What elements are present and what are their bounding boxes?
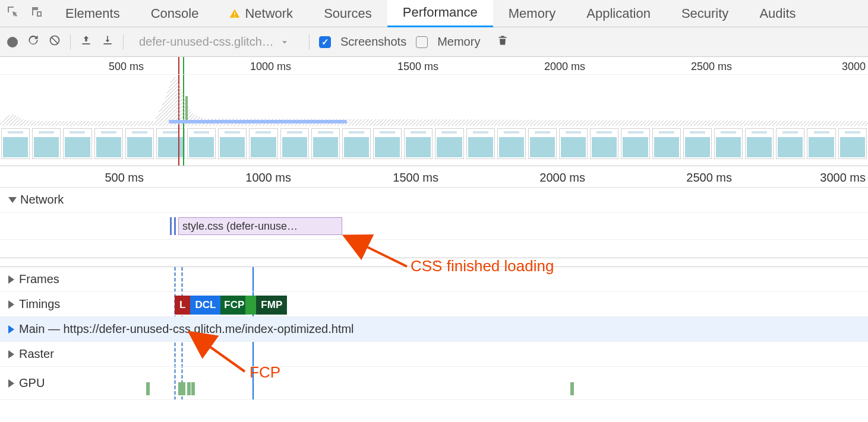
timing-fmp[interactable]: FMP [256, 296, 287, 315]
screenshot-thumb[interactable] [94, 128, 123, 159]
screenshot-thumb[interactable] [435, 128, 463, 159]
divider [70, 34, 71, 50]
network-queueing [174, 217, 176, 235]
screenshot-thumb[interactable] [776, 128, 804, 159]
tab-network[interactable]: Network [214, 0, 308, 27]
network-row-stylecss[interactable]: style.css (defer-unuse… [0, 212, 868, 240]
screenshots-checkbox[interactable] [319, 36, 331, 48]
gpu-task[interactable] [191, 382, 195, 395]
filmstrip[interactable] [0, 126, 868, 160]
memory-checkbox[interactable] [416, 36, 428, 48]
expand-icon[interactable] [8, 300, 14, 309]
screenshot-thumb[interactable] [280, 128, 309, 159]
track-network[interactable]: Network [0, 188, 868, 212]
profile-name: defer-unused-css.glitch… [139, 35, 274, 49]
screenshots-label: Screenshots [340, 35, 406, 49]
divider [123, 34, 124, 50]
timing-dcl[interactable]: DCL [190, 296, 220, 315]
screenshot-thumb[interactable] [156, 128, 185, 159]
profile-selector[interactable]: defer-unused-css.glitch… [133, 35, 299, 49]
tab-audits[interactable]: Audits [744, 0, 811, 27]
download-icon[interactable] [102, 34, 113, 49]
tab-security[interactable]: Security [666, 0, 744, 27]
timeline-ruler[interactable]: 500 ms 1000 ms 1500 ms 2000 ms 2500 ms 3… [0, 166, 868, 188]
gpu-task[interactable] [187, 382, 191, 395]
tab-performance[interactable]: Performance [387, 0, 493, 27]
screenshot-thumb[interactable] [590, 128, 618, 159]
memory-label: Memory [437, 35, 480, 49]
network-queueing [170, 217, 172, 235]
flamechart-upper[interactable]: Network style.css (defer-unuse… [0, 188, 868, 258]
screenshot-thumb[interactable] [745, 128, 774, 159]
overview-pane[interactable]: 500 ms 1000 ms 1500 ms 2000 ms 2500 ms 3… [0, 57, 868, 166]
clear-icon[interactable] [49, 34, 61, 49]
svg-line-1 [52, 37, 58, 43]
tab-application[interactable]: Application [571, 0, 666, 27]
screenshot-thumb[interactable] [528, 128, 557, 159]
track-raster[interactable]: Raster [0, 342, 868, 367]
screenshot-thumb[interactable] [807, 128, 835, 159]
fps-chart [0, 75, 868, 126]
screenshot-thumb[interactable] [249, 128, 277, 159]
track-timings[interactable]: Timings L DCL FCP FMP [0, 292, 868, 317]
chevron-down-icon [279, 36, 291, 48]
overview-ruler: 500 ms 1000 ms 1500 ms 2000 ms 2500 ms 3… [0, 57, 868, 75]
gpu-task[interactable] [570, 382, 574, 395]
divider [309, 34, 310, 50]
expand-icon[interactable] [8, 325, 14, 334]
track-main[interactable]: Main — https://defer-unused-css.glitch.m… [0, 317, 868, 342]
inspect-icon[interactable] [6, 5, 20, 23]
upload-icon[interactable] [80, 34, 92, 49]
screenshot-thumb[interactable] [404, 128, 433, 159]
screenshot-thumb[interactable] [559, 128, 588, 159]
gpu-task[interactable] [182, 382, 185, 395]
screenshot-thumb[interactable] [621, 128, 649, 159]
resize-handle[interactable]: ⋯ [0, 258, 868, 267]
track-spacer [0, 240, 868, 258]
device-toggle-icon[interactable] [30, 5, 44, 23]
screenshot-thumb[interactable] [218, 128, 247, 159]
drag-dots-icon: ⋯ [430, 258, 439, 267]
screenshot-thumb[interactable] [311, 128, 340, 159]
track-frames[interactable]: Frames [0, 267, 868, 292]
expand-icon[interactable] [8, 275, 14, 284]
expand-icon[interactable] [8, 350, 14, 358]
performance-toolbar: defer-unused-css.glitch… Screenshots Mem… [0, 27, 868, 57]
timing-fcp[interactable]: FCP [220, 296, 256, 315]
collapse-icon[interactable] [8, 197, 17, 203]
timing-l[interactable]: L [175, 296, 190, 315]
tab-elements[interactable]: Elements [50, 0, 135, 27]
screenshot-thumb[interactable] [683, 128, 712, 159]
screenshot-thumb[interactable] [652, 128, 681, 159]
resource-stylecss[interactable]: style.css (defer-unuse… [178, 217, 342, 235]
screenshot-thumb[interactable] [373, 128, 402, 159]
screenshot-thumb[interactable] [125, 128, 154, 159]
screenshot-thumb[interactable] [63, 128, 91, 159]
screenshot-thumb[interactable] [342, 128, 371, 159]
tab-sources[interactable]: Sources [308, 0, 387, 27]
tab-memory[interactable]: Memory [493, 0, 571, 27]
tab-console[interactable]: Console [135, 0, 214, 27]
devtools-tabs: Elements Console Network Sources Perform… [0, 0, 868, 27]
screenshot-thumb[interactable] [466, 128, 495, 159]
reload-icon[interactable] [27, 34, 39, 49]
screenshot-thumb[interactable] [838, 128, 867, 159]
screenshot-thumb[interactable] [1, 128, 30, 159]
trash-icon[interactable] [497, 34, 509, 49]
track-gpu[interactable]: GPU [0, 367, 868, 400]
flamechart-lower[interactable]: Frames Timings L DCL FCP FMP Main — http… [0, 267, 868, 400]
record-button[interactable] [7, 37, 18, 47]
warning-icon [229, 8, 240, 19]
screenshot-thumb[interactable] [497, 128, 526, 159]
screenshot-thumb[interactable] [187, 128, 216, 159]
screenshot-thumb[interactable] [32, 128, 61, 159]
gpu-task[interactable] [146, 382, 150, 395]
screenshot-thumb[interactable] [714, 128, 743, 159]
